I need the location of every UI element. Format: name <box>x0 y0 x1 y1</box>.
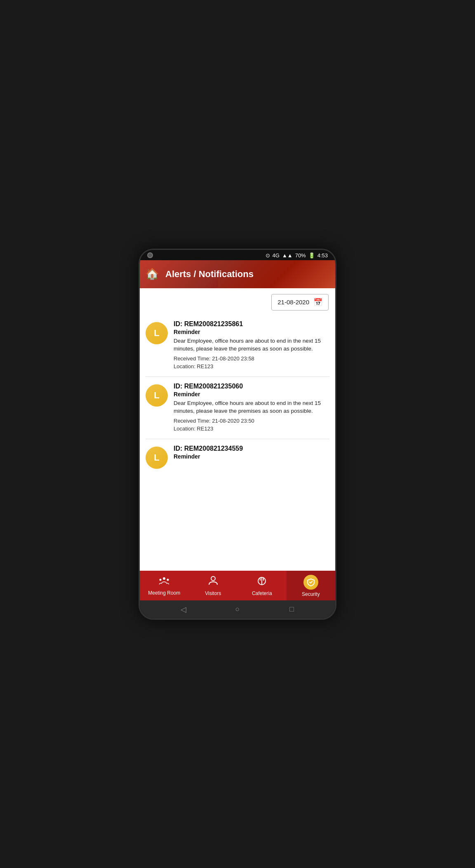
date-value: 21-08-2020 <box>277 299 309 306</box>
page-title: Alerts / Notifications <box>165 269 254 280</box>
notification-body: ID: REM200821234559 Reminder <box>174 445 329 469</box>
phone-inner: ⊙ 4G ▲▲ 70% 🔋 4:53 🏠 Alerts / Notificati… <box>140 250 335 619</box>
notification-body: ID: REM200821235861 Reminder Dear Employ… <box>174 320 329 371</box>
notification-message: Dear Employee, office hours are about to… <box>174 399 329 415</box>
nav-security-label: Security <box>302 591 320 597</box>
battery-level: 70% <box>295 252 306 259</box>
notification-id: ID: REM200821234559 <box>174 445 329 452</box>
bottom-navigation: Meeting Room Visitors <box>140 571 335 600</box>
nav-meeting-room[interactable]: Meeting Room <box>140 571 189 600</box>
notification-body: ID: REM200821235060 Reminder Dear Employ… <box>174 383 329 433</box>
avatar: L <box>146 447 168 469</box>
home-button[interactable]: 🏠 <box>146 268 159 280</box>
date-filter-row: 21-08-2020 📅 <box>140 288 335 315</box>
nav-visitors[interactable]: Visitors <box>189 571 238 600</box>
nav-cafeteria[interactable]: Cafeteria <box>238 571 287 600</box>
svg-point-1 <box>160 579 162 581</box>
nav-meeting-room-label: Meeting Room <box>148 590 180 596</box>
visitors-icon <box>208 576 219 589</box>
svg-point-3 <box>211 576 215 581</box>
avatar: L <box>146 384 168 407</box>
content-area: 21-08-2020 📅 L ID: REM200821235861 Remin… <box>140 288 335 571</box>
notification-location: Location: RE123 <box>174 362 329 371</box>
android-nav-bar: ◁ ○ □ <box>140 600 335 619</box>
phone-frame: ⊙ 4G ▲▲ 70% 🔋 4:53 🏠 Alerts / Notificati… <box>139 249 336 620</box>
notification-type: Reminder <box>174 391 329 398</box>
meeting-room-icon <box>158 576 170 588</box>
notification-id: ID: REM200821235861 <box>174 320 329 328</box>
notification-time: Received Time: 21-08-2020 23:58 <box>174 355 329 363</box>
notification-location: Location: RE123 <box>174 425 329 433</box>
signal-icon: ▲▲ <box>282 252 293 259</box>
network-type: 4G <box>273 252 280 259</box>
camera-indicator <box>147 252 153 258</box>
calendar-icon: 📅 <box>313 298 322 307</box>
nav-security[interactable]: Security <box>287 571 336 600</box>
notification-message: Dear Employee, office hours are about to… <box>174 337 329 353</box>
recent-apps-button[interactable]: □ <box>287 605 296 614</box>
avatar: L <box>146 322 168 344</box>
notification-item[interactable]: L ID: REM200821235060 Reminder Dear Empl… <box>146 377 329 439</box>
back-button[interactable]: ◁ <box>179 605 188 614</box>
notification-type: Reminder <box>174 453 329 460</box>
svg-point-0 <box>163 577 165 580</box>
status-left <box>147 252 153 258</box>
nav-visitors-label: Visitors <box>205 590 221 596</box>
notification-id: ID: REM200821235060 <box>174 383 329 390</box>
notification-type: Reminder <box>174 329 329 335</box>
status-bar: ⊙ 4G ▲▲ 70% 🔋 4:53 <box>140 250 335 260</box>
home-nav-button[interactable]: ○ <box>233 605 242 614</box>
cafeteria-icon <box>256 576 267 589</box>
app-header: 🏠 Alerts / Notifications <box>140 260 335 288</box>
date-picker-button[interactable]: 21-08-2020 📅 <box>271 294 329 311</box>
notification-item[interactable]: L ID: REM200821235861 Reminder Dear Empl… <box>146 315 329 377</box>
svg-point-2 <box>167 579 169 581</box>
notification-list: L ID: REM200821235861 Reminder Dear Empl… <box>140 315 335 571</box>
status-right: ⊙ 4G ▲▲ 70% 🔋 4:53 <box>266 252 328 259</box>
battery-icon: 🔋 <box>308 252 315 259</box>
notification-time: Received Time: 21-08-2020 23:50 <box>174 417 329 425</box>
security-icon <box>303 575 318 590</box>
time: 4:53 <box>317 252 328 259</box>
nav-cafeteria-label: Cafeteria <box>252 590 272 596</box>
notification-item[interactable]: L ID: REM200821234559 Reminder <box>146 439 329 475</box>
network-icon: ⊙ <box>266 252 270 259</box>
